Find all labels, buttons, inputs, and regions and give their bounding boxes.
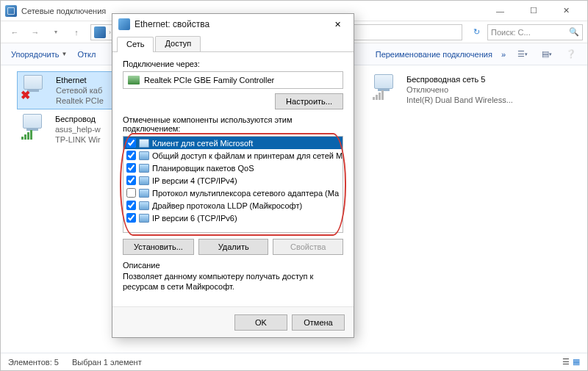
description-label: Описание <box>123 261 343 270</box>
install-button[interactable]: Установить... <box>123 239 194 255</box>
dialog-tabs: Сеть Доступ <box>112 35 354 52</box>
adapter-field: Realtek PCIe GBE Family Controller <box>123 71 343 89</box>
component-icon <box>139 151 149 160</box>
ethernet-icon: ✖ <box>21 75 50 101</box>
component-icon <box>139 139 149 148</box>
view-large-button[interactable]: ☰▾ <box>512 46 533 62</box>
remove-button[interactable]: Удалить <box>198 239 269 255</box>
dialog-close-button[interactable]: ✕ <box>327 16 348 32</box>
view-details-button[interactable]: ▤▾ <box>537 46 557 62</box>
component-icon <box>139 214 149 223</box>
component-label: Общий доступ к файлам и принтерам для се… <box>152 151 343 160</box>
connection-wifi-5[interactable]: Беспроводная сеть 5 Отключено Intel(R) D… <box>368 71 552 108</box>
dialog-body: Подключение через: Realtek PCIe GBE Fami… <box>112 52 354 306</box>
component-checkbox[interactable] <box>126 138 136 148</box>
component-label: Клиент для сетей Microsoft <box>152 139 253 148</box>
component-checkbox[interactable] <box>126 188 136 198</box>
cancel-button[interactable]: Отмена <box>292 314 345 331</box>
component-label: Драйвер протокола LLDP (Майкрософт) <box>152 201 302 210</box>
connection-adapter: Intel(R) Dual Band Wireless... <box>406 95 549 105</box>
component-icon <box>139 201 149 210</box>
component-icon <box>139 164 149 173</box>
configure-button[interactable]: Настроить... <box>275 93 343 109</box>
component-checkbox[interactable] <box>126 151 136 160</box>
connection-status: Отключено <box>406 84 549 95</box>
wifi-icon <box>371 74 401 101</box>
status-bar: Элементов: 5 Выбран 1 элемент ☰ ▦ <box>1 353 587 370</box>
chevron-down-icon: ▼ <box>61 51 67 57</box>
components-list[interactable]: Клиент для сетей MicrosoftОбщий доступ к… <box>123 136 343 233</box>
search-placeholder: Поиск: С... <box>491 28 531 37</box>
component-item[interactable]: Драйвер протокола LLDP (Майкрософт) <box>123 199 343 212</box>
search-input[interactable]: Поиск: С... 🔍 <box>487 24 583 40</box>
tab-access[interactable]: Доступ <box>155 36 201 51</box>
history-dropdown[interactable]: ▾ <box>46 24 65 41</box>
forward-button[interactable]: → <box>26 24 45 41</box>
component-checkbox[interactable] <box>126 201 136 210</box>
component-checkbox[interactable] <box>126 176 136 185</box>
view-details-icon[interactable]: ☰ <box>562 357 570 367</box>
app-icon <box>5 5 17 17</box>
disable-button[interactable]: Откл <box>73 48 100 61</box>
dialog-titlebar: Ethernet: свойства ✕ <box>112 14 354 35</box>
dialog-icon <box>118 18 130 30</box>
chevron-right-icon: › <box>109 29 111 36</box>
component-icon <box>139 176 149 185</box>
component-checkbox[interactable] <box>126 213 136 223</box>
component-label: IP версии 4 (TCP/IPv4) <box>152 176 237 185</box>
ethernet-properties-dialog: Ethernet: свойства ✕ Сеть Доступ Подключ… <box>112 13 354 338</box>
properties-button[interactable]: Свойства <box>273 239 343 255</box>
connect-via-label: Подключение через: <box>123 60 343 68</box>
view-tiles-icon[interactable]: ▦ <box>573 357 580 367</box>
help-button[interactable]: ❔ <box>561 46 581 62</box>
refresh-button[interactable]: ↻ <box>467 24 486 41</box>
component-label: Протокол мультиплексора сетевого адаптер… <box>152 189 339 198</box>
up-button[interactable]: ↑ <box>67 24 86 41</box>
component-item[interactable]: Клиент для сетей Microsoft <box>123 137 343 149</box>
nic-icon <box>128 76 140 84</box>
component-item[interactable]: Общий доступ к файлам и принтерам для се… <box>123 149 343 162</box>
component-item[interactable]: Планировщик пакетов QoS <box>123 162 343 174</box>
component-label: IP версии 6 (TCP/IPv6) <box>152 214 237 223</box>
component-icon <box>139 189 149 198</box>
tab-network[interactable]: Сеть <box>117 37 154 52</box>
components-label: Отмеченные компоненты используются этим … <box>123 115 343 133</box>
ok-button[interactable]: OK <box>234 314 287 331</box>
back-button[interactable]: ← <box>5 24 24 41</box>
overflow-button[interactable]: » <box>498 50 509 59</box>
component-item[interactable]: Протокол мультиплексора сетевого адаптер… <box>123 187 343 199</box>
component-item[interactable]: IP версии 6 (TCP/IPv6) <box>123 212 343 224</box>
component-item[interactable]: IP версии 4 (TCP/IPv4) <box>123 174 343 187</box>
wifi-icon <box>20 114 49 140</box>
connection-name: Беспроводная сеть 5 <box>406 74 549 84</box>
maximize-button[interactable]: ☐ <box>517 1 550 21</box>
rename-connection-button[interactable]: Переименование подключения <box>371 48 497 61</box>
dialog-title: Ethernet: свойства <box>135 19 327 29</box>
close-button[interactable]: ✕ <box>550 1 583 21</box>
status-count: Элементов: 5 <box>8 358 59 367</box>
search-icon: 🔍 <box>569 27 579 37</box>
component-checkbox[interactable] <box>126 163 136 173</box>
dialog-footer: OK Отмена <box>112 306 354 337</box>
address-icon <box>94 26 106 38</box>
adapter-name: Realtek PCIe GBE Family Controller <box>144 76 274 84</box>
status-selected: Выбран 1 элемент <box>72 358 142 367</box>
minimize-button[interactable]: — <box>484 1 517 21</box>
component-label: Планировщик пакетов QoS <box>152 164 254 173</box>
description-text: Позволяет данному компьютеру получать до… <box>123 271 343 292</box>
organize-button[interactable]: Упорядочить▼ <box>7 48 71 61</box>
